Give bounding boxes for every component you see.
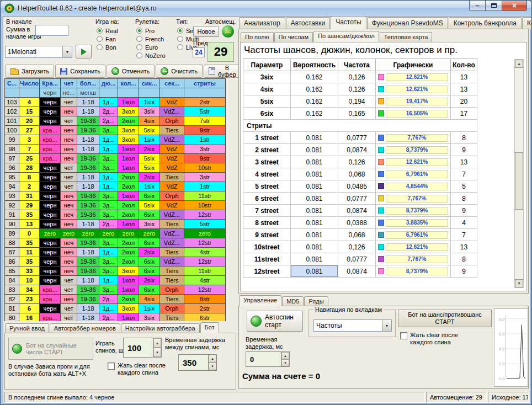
maximize-button[interactable]: [486, 1, 502, 11]
freq-count-cell[interactable]: 13: [451, 156, 477, 168]
freq-graph-cell[interactable]: 16,505%: [376, 108, 451, 120]
titlebar[interactable]: HelperRoullet 8.62 - create helperroulle…: [1, 1, 531, 16]
random-bot-button[interactable]: Бот на случайные числа СТАРТ: [8, 338, 93, 360]
spinner-up-button[interactable]: ▲: [281, 352, 289, 359]
freq-probability-cell[interactable]: 0.081: [291, 217, 338, 229]
freq-count-cell[interactable]: 7: [451, 168, 477, 180]
freq-count-cell[interactable]: 9: [451, 144, 477, 156]
freq-graph-cell[interactable]: 6,7961%: [376, 229, 451, 241]
freq-graph-cell[interactable]: 12,621%: [376, 156, 451, 168]
freq-graph-cell[interactable]: 12,621%: [376, 71, 451, 83]
spinner-up-button[interactable]: ▲: [153, 338, 161, 348]
freq-param-cell[interactable]: 2 street: [243, 144, 291, 156]
freq-column-header[interactable]: Частота: [338, 59, 376, 71]
control-tab-1[interactable]: MD5: [282, 296, 304, 306]
sub-tab-0[interactable]: По полю: [241, 32, 274, 42]
left-tab-0[interactable]: Ручной ввод: [5, 323, 49, 333]
freq-param-cell[interactable]: 5six: [243, 95, 291, 108]
history-table-container[interactable]: С...ЧислоКра...четбол...дю...кол...сик..…: [4, 78, 231, 321]
freq-column-header[interactable]: Вероятность: [291, 59, 338, 71]
main-tab-2[interactable]: Частоты: [331, 16, 366, 29]
radio-option-0[interactable]: Real: [97, 26, 118, 35]
freq-frequency-cell[interactable]: 0,126: [338, 71, 376, 83]
combo-dropdown-button[interactable]: ▼: [382, 320, 391, 331]
sub-tab-2[interactable]: По шансам/дюж/кол: [313, 31, 379, 42]
freq-frequency-cell[interactable]: 0,126: [338, 156, 376, 168]
freq-probability-cell[interactable]: 0.081: [291, 132, 338, 144]
freq-param-cell[interactable]: 9 street: [243, 229, 291, 241]
close-button[interactable]: ×: [502, 1, 527, 11]
freq-probability-cell[interactable]: 0.081: [291, 144, 338, 156]
freq-count-cell[interactable]: 7: [451, 229, 477, 241]
freq-frequency-cell[interactable]: 0,194: [338, 95, 376, 108]
freq-graph-cell[interactable]: 8,7379%: [376, 265, 451, 278]
freq-frequency-cell[interactable]: 0,0777: [338, 132, 376, 144]
freq-param-cell[interactable]: 10street: [243, 241, 291, 253]
preset-combo[interactable]: 1Melonati ▼: [5, 46, 72, 58]
freq-param-cell[interactable]: 7 street: [243, 205, 291, 217]
history-column-header[interactable]: бол...: [77, 79, 99, 88]
freq-param-cell[interactable]: 6 street: [243, 193, 291, 205]
freq-frequency-cell[interactable]: 0,0485: [338, 180, 376, 193]
freq-frequency-cell[interactable]: 0,0874: [338, 265, 376, 278]
autoshift-new-button[interactable]: Новое: [193, 26, 219, 37]
freq-param-cell[interactable]: 5 street: [243, 180, 291, 193]
history-column-header[interactable]: сек...: [160, 79, 184, 88]
delay-spinner[interactable]: 0 ▲▼: [246, 351, 290, 367]
freq-probability-cell[interactable]: 0.081: [291, 229, 338, 241]
freq-frequency-cell[interactable]: 0,126: [338, 83, 376, 95]
freq-frequency-cell[interactable]: 0,165: [338, 108, 376, 120]
scroll-up-button[interactable]: ▲: [515, 60, 523, 68]
sub-tab-1[interactable]: По числам: [274, 32, 313, 42]
minimize-button[interactable]: –: [469, 1, 486, 11]
freq-probability-cell[interactable]: 0.162: [291, 95, 338, 108]
autochange-icon[interactable]: AC: [222, 25, 234, 38]
preset-combo-dropdown-button[interactable]: ▼: [62, 46, 72, 57]
control-tab-0[interactable]: Управление: [239, 295, 281, 306]
freq-param-cell[interactable]: 1 street: [243, 132, 291, 144]
freq-column-header[interactable]: Кол-во: [451, 59, 477, 71]
scroll-down-button[interactable]: ▼: [515, 279, 523, 287]
radio-option-2[interactable]: Bon: [97, 43, 118, 51]
spinner-down-button[interactable]: ▼: [153, 348, 161, 357]
freq-probability-cell[interactable]: 0.162: [291, 71, 338, 83]
tab-navigation-combo[interactable]: Частоты ▼: [313, 319, 392, 332]
freq-column-header[interactable]: Параметр: [243, 59, 291, 71]
main-tab-1[interactable]: Автоставки: [286, 17, 331, 29]
freq-count-cell[interactable]: 17: [451, 108, 477, 120]
history-column-header[interactable]: Число: [19, 79, 40, 88]
autospin-button[interactable]: Автоспин старт: [247, 311, 303, 332]
freq-probability-cell[interactable]: 0.081: [291, 156, 338, 168]
freq-frequency-cell[interactable]: 0,0388: [338, 217, 376, 229]
freq-count-cell[interactable]: 4: [451, 217, 477, 229]
freq-frequency-cell[interactable]: 0,0874: [338, 144, 376, 156]
freq-count-cell[interactable]: 9: [451, 265, 477, 278]
freq-param-cell[interactable]: 4 street: [243, 168, 291, 180]
toolbar-folder-button[interactable]: Загрузить: [6, 65, 54, 78]
clear-after-spin-checkbox-right[interactable]: Жать clear после каждого спина: [400, 332, 483, 346]
freq-param-cell[interactable]: 4six: [243, 83, 291, 95]
freq-graph-cell[interactable]: 7,767%: [376, 132, 451, 144]
clear-after-spin-checkbox[interactable]: Жать clear после каждого спина: [108, 362, 185, 376]
left-tab-1[interactable]: Автограббер номеров: [50, 323, 120, 333]
left-tab-3[interactable]: Бот: [200, 322, 219, 333]
freq-probability-cell[interactable]: 0.081: [291, 180, 338, 193]
freq-probability-cell[interactable]: 0.081: [291, 253, 338, 265]
start-sum-input[interactable]: [35, 25, 68, 36]
freq-graph-cell[interactable]: 4,8544%: [376, 180, 451, 193]
scrollbar-thumb[interactable]: [515, 152, 523, 210]
freq-probability-cell[interactable]: 0.081: [291, 193, 338, 205]
sub-tab-3[interactable]: Тепловая карта: [380, 32, 433, 42]
freq-graph-cell[interactable]: 6,7961%: [376, 168, 451, 180]
freq-param-cell[interactable]: 11street: [243, 253, 291, 265]
freq-count-cell[interactable]: 13: [451, 241, 477, 253]
history-column-header[interactable]: чет: [61, 79, 77, 88]
history-column-header[interactable]: стриты: [184, 79, 226, 88]
freq-param-cell[interactable]: 6six: [243, 108, 291, 120]
freq-graph-cell[interactable]: 8,7379%: [376, 144, 451, 156]
radio-option-3[interactable]: NoZero: [136, 51, 166, 60]
toolbar-floppy-button[interactable]: Сохранить: [55, 65, 105, 78]
radio-option-1[interactable]: Fan: [97, 35, 118, 43]
freq-frequency-cell[interactable]: 0,0874: [338, 205, 376, 217]
freq-graph-cell[interactable]: 12,621%: [376, 83, 451, 95]
